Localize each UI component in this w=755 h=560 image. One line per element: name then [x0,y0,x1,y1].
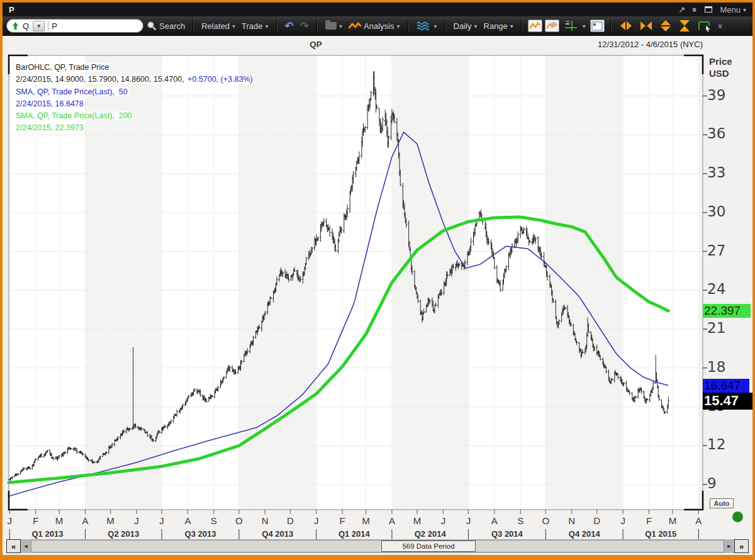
scroll-jump-left-button[interactable]: « [6,539,21,553]
month-axis-label: J [130,515,143,526]
up-arrow-icon [12,21,19,30]
auto-scale-button[interactable]: Auto [710,498,734,508]
toolbar-separator [276,20,277,32]
chart-legend: BarOHLC, QP, Trade Price 2/24/2015, 14.9… [15,62,254,135]
legend-line-sma50-value: 2/24/2015, 16.6478 [15,98,254,110]
status-indicator-dot [732,512,743,522]
expand-vertical-button[interactable] [659,20,672,32]
analysis-menu[interactable]: Analysis▾ [349,21,400,31]
indicators-menu[interactable]: ▾ [417,21,437,31]
quarter-axis-label: Q2 2014 [409,529,452,539]
month-axis-label: D [591,515,603,526]
month-axis-label: A [386,515,398,526]
saved-charts-button[interactable]: ▾ [325,22,342,30]
search-button[interactable]: Search [147,21,185,31]
price-axis-tick-label: 39 [707,87,725,103]
legend-line-sma200-value: 2/24/2015, 22.3973 [15,122,254,134]
chart-style-icon [529,21,540,30]
scroll-step-right-button[interactable]: ► [724,539,734,553]
undo-button[interactable]: ↶ [285,20,294,33]
saved-caret-icon: ▾ [339,23,342,30]
quarter-axis-label: Q4 2014 [563,529,606,539]
analysis-zigzag-icon [349,22,361,30]
month-axis-label: J [462,515,474,526]
quarter-axis-label: Q3 2014 [486,529,528,539]
chart-date-range: 12/31/2012 - 4/6/2015 (NYC) [598,40,703,49]
month-axis-label: M [666,515,679,526]
month-axis-label: D [284,515,296,526]
scroll-jump-right-button[interactable]: » [734,539,749,553]
axis-settings-button[interactable]: ▾ [564,20,586,32]
month-axis-label: N [566,515,578,526]
scrollbar-thumb[interactable]: 569 Data Period [31,540,724,552]
quarter-axis-label: Q3 2013 [179,529,221,539]
price-axis-tick-label: 27 [707,242,725,259]
axis-caret-icon: ▾ [583,23,586,30]
toolbar-separator [193,20,194,32]
quarter-axis-label: Q4 2013 [256,529,299,539]
range-menu[interactable]: Range▾ [484,21,513,31]
price-axis-tick-label: 36 [707,125,725,142]
month-axis-label: S [514,515,527,526]
symbol-dropdown-button[interactable]: ▼ [33,21,45,31]
chart-edit-button[interactable] [545,20,559,32]
month-axis-label: J [3,515,16,526]
compress-horizontal-button[interactable] [639,20,653,31]
toolbar-separator [445,20,446,32]
month-axis-label: F [643,515,656,526]
expand-horizontal-icon [619,20,633,31]
quarter-axis-label: Q2 2013 [102,529,145,539]
search-label: Search [159,21,185,31]
trade-menu[interactable]: Trade▾ [242,21,269,31]
legend-line-bar-title: BarOHLC, QP, Trade Price [15,62,254,74]
price-axis-tick-label: 33 [707,164,725,181]
menu-button[interactable]: Menu [720,5,741,14]
price-axis-tick-label: 18 [707,359,725,375]
quarter-axis-label: Q1 2013 [26,529,69,539]
month-axis-label: S [208,515,220,526]
zoom-box-button[interactable] [697,20,712,32]
chart-symbol-title: QP [284,40,347,49]
month-axis-label: J [437,515,449,526]
menu-caret-icon[interactable]: ▾ [743,6,746,13]
price-axis-tick-label: 9 [707,475,717,491]
scroll-step-left-button[interactable]: ◄ [21,539,31,553]
indicators-caret-icon: ▾ [434,23,437,30]
price-axis-title: Price USD [709,55,732,79]
add-panel-button[interactable] [590,20,605,32]
toolbar-separator [408,20,409,32]
month-axis-label: A [181,515,194,526]
interval-menu[interactable]: Daily▾ [454,21,478,31]
quarter-axis-label: Q1 2015 [639,529,682,539]
related-menu[interactable]: Related▾ [201,21,235,31]
chart-style-button[interactable] [528,20,542,32]
price-axis-tick-label: 12 [707,436,725,452]
title-bar: P ↗ » Menu ▾ [3,3,752,16]
quarter-axis-label: Q1 2014 [333,529,376,539]
symbol-input[interactable]: Q ▼ P [6,19,143,33]
zoom-box-icon [697,20,712,32]
collapse-icon[interactable]: » [690,7,700,11]
month-axis-label: N [259,515,271,526]
analysis-caret-icon: ▾ [397,23,400,30]
expand-vertical-icon [659,20,672,32]
waves-icon [417,21,429,31]
month-axis-label: O [539,515,552,526]
maximize-icon[interactable] [705,6,712,13]
redo-button[interactable]: ↷ [300,20,309,33]
window-title: P [9,5,14,14]
sma200-price-tag: 22.397 [703,304,751,318]
interval-caret-icon: ▾ [474,23,477,30]
popout-icon[interactable]: ↗ [678,5,685,14]
time-scrollbar: « ◄ 569 Data Period ► » [6,539,749,553]
month-axis-label: A [488,515,501,526]
trade-caret-icon: ▾ [266,23,269,30]
month-axis-label: J [155,515,168,526]
more-tools-icon[interactable]: » [716,23,725,28]
symbol-query-text[interactable]: P [52,21,57,31]
expand-horizontal-button[interactable] [619,20,633,31]
toolbar: Q ▼ P Search Related▾ Trade▾ ↶ ↷ ▾ [3,16,752,36]
compress-vertical-button[interactable] [678,20,691,32]
data-period-label: 569 Data Period [381,540,476,552]
month-axis-label: J [617,515,629,526]
